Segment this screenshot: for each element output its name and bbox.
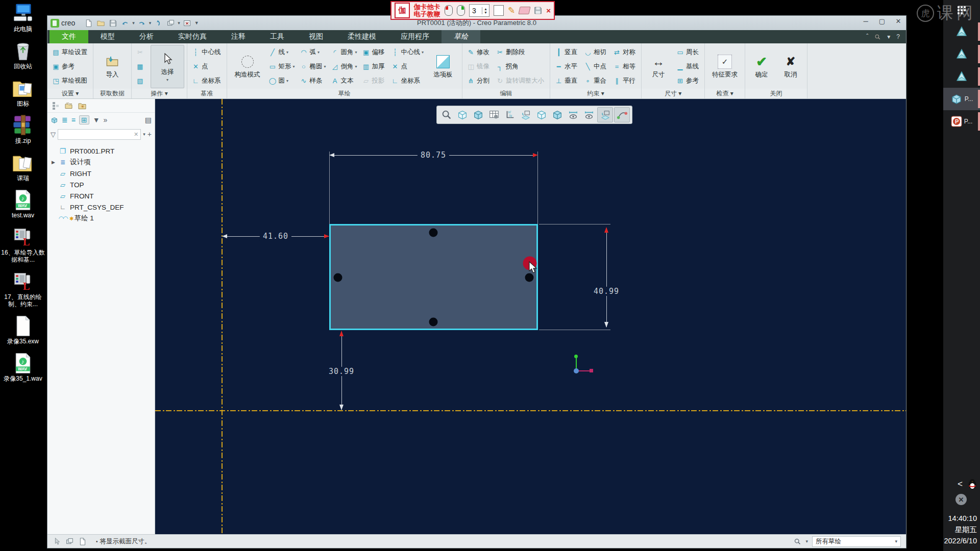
- vertical-datum-centerline[interactable]: [222, 99, 223, 534]
- help-icon[interactable]: ?: [896, 33, 900, 40]
- hidden-line-icon[interactable]: [534, 108, 549, 122]
- clipboard-status-icon[interactable]: [65, 537, 74, 546]
- dimension-right-value[interactable]: 40.99: [591, 287, 622, 296]
- pen-size-spinner[interactable]: 3 ▲▼: [469, 4, 489, 17]
- model-tree-item[interactable]: ❐ ≣ ▱ ∟ ◠◠ TOP: [47, 179, 155, 190]
- left-mouse-mode-icon[interactable]: [445, 5, 453, 16]
- datum-display-icon[interactable]: [502, 108, 517, 122]
- ribbon-tab[interactable]: 注释: [219, 30, 258, 43]
- tree-more-icon[interactable]: »: [104, 116, 108, 124]
- desktop-icon[interactable]: 17、直线的绘制、约束...: [1, 271, 45, 308]
- ribbon-tool-button[interactable]: ▭ 周长: [674, 45, 702, 59]
- vertex-point[interactable]: [334, 273, 342, 282]
- ribbon-tool-button[interactable]: ▁ 基线: [674, 60, 702, 73]
- ribbon-options-dropdown[interactable]: ▾: [887, 33, 890, 40]
- ribbon-tab[interactable]: 草绘: [442, 30, 480, 43]
- desktop-icon[interactable]: 摸.zip: [1, 115, 45, 144]
- color-swatch[interactable]: [494, 5, 504, 16]
- ribbon-tool-button[interactable]: ▱ 投影: [360, 74, 388, 88]
- ribbon-tool-button[interactable]: ▣ 参考: [50, 60, 90, 73]
- undo-dropdown[interactable]: ▾: [132, 20, 135, 26]
- ribbon-tool-button[interactable]: = 相等: [611, 60, 639, 73]
- spinner-up-icon[interactable]: ▲: [484, 7, 487, 11]
- model-tree-item[interactable]: ❐ ≣ ▱ ∟ ◠◠ PRT_CSYS_DEF: [47, 202, 155, 213]
- selection-filter-combo[interactable]: 所有草绘 ▾: [812, 536, 901, 547]
- ribbon-tool-button[interactable]: ◳ 草绘视图: [50, 74, 90, 88]
- ribbon-tool-button[interactable]: ▥ 加厚: [360, 60, 388, 73]
- group-label-settings[interactable]: 设置 ▾: [47, 89, 93, 98]
- ribbon-tool-button[interactable]: ⊥ 垂直: [553, 74, 580, 88]
- group-label-constrain[interactable]: 约束 ▾: [550, 89, 641, 98]
- sketch-display-icon[interactable]: [597, 107, 613, 122]
- ribbon-tool-button[interactable]: ╱ 线 ▾: [267, 45, 297, 59]
- minimize-button[interactable]: ─: [860, 17, 871, 25]
- ribbon-tool-button[interactable]: ⇄ 对称: [611, 45, 639, 59]
- taskbar-item-creo[interactable]: [943, 65, 980, 88]
- ribbon-tool-button[interactable]: ◫ 镜像: [465, 60, 493, 73]
- ribbon-tool-button[interactable]: ━ 水平: [553, 60, 580, 73]
- select-dropdown[interactable]: ▾: [166, 78, 168, 82]
- spline-display-icon[interactable]: [614, 107, 630, 122]
- taskbar-item-creo[interactable]: [943, 43, 980, 65]
- ribbon-tool-button[interactable]: ∿ 样条: [298, 74, 328, 88]
- ribbon-tool-button[interactable]: ┆ 中心线 ▾: [389, 45, 426, 59]
- ribbon-tool-button[interactable]: ▦: [134, 60, 149, 73]
- ribbon-tab[interactable]: 应用程序: [388, 30, 442, 43]
- ribbon-tool-button[interactable]: ◯ 圆 ▾: [267, 74, 297, 88]
- model-tree-item[interactable]: ❐ ≣ ▱ ∟ ◠◠ ✱ 草绘 1: [47, 213, 155, 224]
- ribbon-tool-button[interactable]: ✂: [134, 45, 149, 59]
- tree-columns-icon[interactable]: ⊞: [79, 115, 89, 124]
- ribbon-tab[interactable]: 文件: [50, 30, 88, 43]
- ribbon-tool-button[interactable]: ✂ 删除段: [494, 45, 547, 59]
- taskbar-grid-icon[interactable]: [943, 0, 980, 20]
- ribbon-tool-button[interactable]: ⋔ 分割: [465, 74, 493, 88]
- ribbon-tool-button[interactable]: ┐ 拐角: [494, 60, 547, 73]
- dimension-button[interactable]: ↔ 尺寸: [644, 45, 673, 88]
- taskbar-item-active-part[interactable]: P...: [943, 88, 980, 110]
- ok-button[interactable]: ✔ 确定: [748, 45, 775, 88]
- taskbar-item-powerpoint[interactable]: P P...: [943, 110, 980, 133]
- favorites-tab[interactable]: [78, 102, 86, 110]
- tray-expand-chevron[interactable]: <: [958, 479, 963, 489]
- desktop-icon[interactable]: 此电脑: [1, 3, 45, 33]
- view-manager-icon[interactable]: [486, 108, 501, 122]
- ribbon-tab[interactable]: 模型: [88, 30, 127, 43]
- vertex-point[interactable]: [525, 273, 534, 282]
- tree-expand-arrow[interactable]: ▶: [52, 160, 58, 165]
- desktop-icon[interactable]: 录像35_1.wav: [1, 353, 45, 382]
- dimension-display-icon[interactable]: [566, 108, 580, 122]
- construction-mode-button[interactable]: 构造模式: [230, 45, 265, 88]
- desktop-icon[interactable]: 录像35.exw: [1, 315, 45, 345]
- horizontal-datum-centerline[interactable]: [155, 410, 906, 411]
- clear-filter-icon[interactable]: ✕: [134, 131, 138, 138]
- search-tool-dropdown[interactable]: ▾: [805, 539, 808, 544]
- desktop-icon[interactable]: 课瑞: [1, 152, 45, 182]
- ribbon-tab[interactable]: 实时仿真: [166, 30, 219, 43]
- tree-collapse-icon[interactable]: ≡: [71, 116, 76, 124]
- desktop-icon[interactable]: 图标: [1, 78, 45, 107]
- close-window-button[interactable]: [182, 18, 193, 28]
- group-label-inspect[interactable]: 检查 ▾: [705, 89, 745, 98]
- ribbon-tool-button[interactable]: ◿ 倒角 ▾: [329, 60, 359, 73]
- ribbon-tool-button[interactable]: ▧: [134, 74, 149, 88]
- taskbar-clock[interactable]: 14:40:10 星期五 2022/6/10: [943, 513, 977, 546]
- redo-dropdown[interactable]: ▾: [149, 20, 152, 26]
- model-tree-item[interactable]: ❐ ≣ ▱ ∟ ◠◠ PRT0001.PRT: [47, 145, 155, 157]
- tree-expand-icon[interactable]: ≣: [62, 116, 68, 124]
- ribbon-tool-button[interactable]: ▣ 偏移: [360, 45, 388, 59]
- tree-settings-icon[interactable]: ▤: [145, 116, 152, 124]
- constraint-display-icon[interactable]: [581, 108, 596, 122]
- dimension-width-value[interactable]: 80.75: [418, 151, 449, 160]
- select-button[interactable]: 选择 ▾: [151, 45, 184, 88]
- ribbon-tool-button[interactable]: ▭ 矩形 ▾: [267, 60, 297, 73]
- save-annotation-icon[interactable]: [534, 6, 542, 15]
- maximize-button[interactable]: ▢: [876, 17, 888, 25]
- spinner-down-icon[interactable]: ▼: [484, 11, 487, 14]
- graphics-area[interactable]: 80.75 41.60 40.99 30.99: [155, 99, 906, 534]
- ribbon-tool-button[interactable]: A 文本: [329, 74, 359, 88]
- ribbon-tool-button[interactable]: ✕ 点: [190, 60, 224, 73]
- ribbon-tool-button[interactable]: ▤ 草绘设置: [50, 45, 90, 59]
- dimension-bottom-value[interactable]: 30.99: [326, 367, 357, 376]
- select-status-icon[interactable]: [53, 537, 61, 546]
- ribbon-tool-button[interactable]: ◡ 相切: [582, 45, 609, 59]
